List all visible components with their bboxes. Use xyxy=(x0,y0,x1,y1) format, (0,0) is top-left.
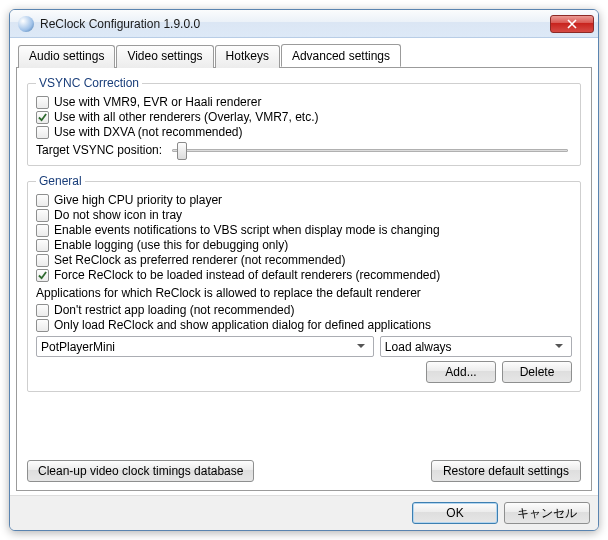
cancel-button[interactable]: キャンセル xyxy=(504,502,590,524)
label-high-cpu: Give high CPU priority to player xyxy=(54,193,222,207)
label-only-defined: Only load ReClock and show application d… xyxy=(54,318,431,332)
app-icon xyxy=(18,16,34,32)
tab-audio-settings[interactable]: Audio settings xyxy=(18,45,115,68)
checkbox-only-defined[interactable] xyxy=(36,319,49,332)
combo-load-mode[interactable]: Load always xyxy=(380,336,572,357)
tab-hotkeys[interactable]: Hotkeys xyxy=(215,45,280,68)
tabstrip: Audio settings Video settings Hotkeys Ad… xyxy=(16,45,592,68)
close-icon xyxy=(567,19,577,29)
checkbox-no-tray-icon[interactable] xyxy=(36,209,49,222)
group-vsync-legend: VSYNC Correction xyxy=(36,76,142,90)
checkbox-high-cpu[interactable] xyxy=(36,194,49,207)
combo-application-value: PotPlayerMini xyxy=(41,340,115,354)
add-button[interactable]: Add... xyxy=(426,361,496,383)
dialog-window: ReClock Configuration 1.9.0.0 Audio sett… xyxy=(9,9,599,531)
label-no-tray-icon: Do not show icon in tray xyxy=(54,208,182,222)
delete-button[interactable]: Delete xyxy=(502,361,572,383)
checkbox-events-vbs[interactable] xyxy=(36,224,49,237)
combo-application[interactable]: PotPlayerMini xyxy=(36,336,374,357)
cleanup-button[interactable]: Clean-up video clock timings database xyxy=(27,460,254,482)
chevron-down-icon xyxy=(353,337,369,356)
restore-defaults-button[interactable]: Restore default settings xyxy=(431,460,581,482)
close-button[interactable] xyxy=(550,15,594,33)
label-use-vmr9: Use with VMR9, EVR or Haali renderer xyxy=(54,95,261,109)
label-force-load: Force ReClock to be loaded instead of de… xyxy=(54,268,440,282)
tab-panel-advanced: VSYNC Correction Use with VMR9, EVR or H… xyxy=(16,67,592,491)
dialog-button-bar: OK キャンセル xyxy=(10,495,598,530)
group-general-legend: General xyxy=(36,174,85,188)
label-preferred-renderer: Set ReClock as preferred renderer (not r… xyxy=(54,253,345,267)
checkbox-use-other-renderers[interactable] xyxy=(36,111,49,124)
slider-target-vsync[interactable] xyxy=(172,149,568,152)
group-vsync-correction: VSYNC Correction Use with VMR9, EVR or H… xyxy=(27,76,581,166)
checkbox-force-load[interactable] xyxy=(36,269,49,282)
tab-video-settings[interactable]: Video settings xyxy=(116,45,213,68)
group-general: General Give high CPU priority to player… xyxy=(27,174,581,392)
chevron-down-icon xyxy=(551,337,567,356)
label-enable-logging: Enable logging (use this for debugging o… xyxy=(54,238,288,252)
tab-advanced-settings[interactable]: Advanced settings xyxy=(281,44,401,67)
ok-button[interactable]: OK xyxy=(412,502,498,524)
window-title: ReClock Configuration 1.9.0.0 xyxy=(40,17,550,31)
label-target-vsync: Target VSYNC position: xyxy=(36,143,162,157)
checkbox-preferred-renderer[interactable] xyxy=(36,254,49,267)
label-events-vbs: Enable events notifications to VBS scrip… xyxy=(54,223,440,237)
combo-load-mode-value: Load always xyxy=(385,340,452,354)
checkbox-use-vmr9[interactable] xyxy=(36,96,49,109)
label-use-dxva: Use with DXVA (not recommended) xyxy=(54,125,243,139)
label-apps-section: Applications for which ReClock is allowe… xyxy=(36,286,572,300)
label-dont-restrict: Don't restrict app loading (not recommen… xyxy=(54,303,294,317)
titlebar[interactable]: ReClock Configuration 1.9.0.0 xyxy=(10,10,598,38)
checkbox-enable-logging[interactable] xyxy=(36,239,49,252)
client-area: Audio settings Video settings Hotkeys Ad… xyxy=(10,38,598,495)
checkbox-use-dxva[interactable] xyxy=(36,126,49,139)
slider-thumb[interactable] xyxy=(177,142,187,160)
checkbox-dont-restrict[interactable] xyxy=(36,304,49,317)
label-use-other-renderers: Use with all other renderers (Overlay, V… xyxy=(54,110,319,124)
